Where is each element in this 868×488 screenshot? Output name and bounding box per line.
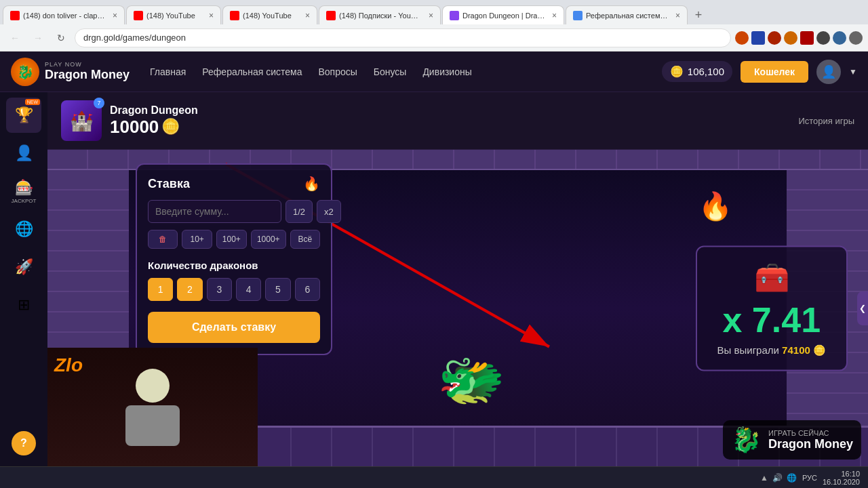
logo-text: PLAY NOW Dragon Money (45, 61, 130, 82)
nav-links: Главная Реферальная система Вопросы Бону… (150, 66, 662, 77)
bet-amount-input[interactable] (148, 200, 281, 223)
tab-4[interactable]: (148) Подписки - YouTube × (319, 5, 441, 24)
logo-icon: 🐉 (11, 58, 39, 86)
side-edge-tab[interactable]: ❮ (857, 291, 868, 325)
add-1000-button[interactable]: 1000+ (251, 230, 286, 249)
browser-frame: (148) don toliver - clap ( slo... × (148… (0, 0, 868, 488)
add-10-button[interactable]: 10+ (182, 230, 212, 249)
win-chest-icon: 🧰 (717, 260, 826, 293)
taskbar-date-value: 16.10.2020 (823, 478, 860, 486)
dragon-num-5[interactable]: 5 (265, 278, 290, 301)
user-avatar[interactable]: 👤 (816, 60, 841, 84)
add-100-button[interactable]: 100+ (216, 230, 247, 249)
extension-icon-3[interactable] (768, 31, 781, 45)
taskbar-time-value: 16:10 (841, 470, 860, 478)
sidebar: 🏆 NEW 👤 🎰 JACKPOT 🌐 🚀 ⊞ (0, 92, 47, 466)
extension-icon-2[interactable] (751, 31, 765, 45)
game-title-area: 🏰 7 Dragon Dungeon 10000 🪙 (61, 100, 198, 141)
tab-1[interactable]: (148) don toliver - clap ( slo... × (3, 5, 125, 24)
tab-6-close[interactable]: × (675, 11, 680, 20)
dragon-num-2[interactable]: 2 (177, 278, 202, 301)
site-header: 🐉 PLAY NOW Dragon Money Главная Рефераль… (0, 52, 868, 92)
nav-home[interactable]: Главная (150, 66, 186, 77)
taskbar: ▲ 🔊 🌐 РУС 16:10 16.10.2020 (0, 466, 868, 488)
nav-bonuses[interactable]: Бонусы (374, 66, 407, 77)
game-thumb-icon: 🏰 (70, 110, 94, 132)
extension-icon-6[interactable] (816, 31, 830, 45)
tab-3-favicon (230, 11, 239, 20)
bet-panel-header: Ставка 🔥 (148, 176, 320, 192)
tab-2-label: (148) YouTube (146, 12, 203, 20)
balance-display: 🪙 106,100 (662, 61, 732, 82)
sidebar-item-grid[interactable]: ⊞ (6, 287, 41, 323)
game-badge: 7 (94, 98, 104, 108)
tab-2-close[interactable]: × (209, 11, 214, 20)
logo-name: Dragon Money (45, 68, 130, 82)
forward-button[interactable]: → (28, 28, 47, 47)
extension-icon-1[interactable] (735, 31, 749, 45)
nav-questions[interactable]: Вопросы (318, 66, 357, 77)
sidebar-item-help[interactable]: ? (12, 431, 36, 455)
jackpot-label: JACKPOT (12, 198, 37, 204)
tab-4-favicon (326, 11, 336, 20)
tab-1-favicon (10, 11, 20, 20)
tab-5-close[interactable]: × (552, 11, 557, 20)
game-amount-display: 10000 🪙 (110, 117, 198, 138)
balance-amount: 106,100 (688, 66, 724, 77)
dragons-label: Количество драконов (148, 260, 320, 271)
dragon-num-4[interactable]: 4 (236, 278, 261, 301)
add-all-button[interactable]: Всё (290, 230, 320, 249)
nav-divisions[interactable]: Дивизионы (422, 66, 471, 77)
sidebar-item-user[interactable]: 👤 (6, 136, 41, 171)
main-content: 🏰 7 Dragon Dungeon 10000 🪙 История игры (47, 92, 868, 466)
taskbar-language[interactable]: РУС (802, 474, 817, 482)
win-coin: 🪙 (813, 344, 826, 355)
address-bar[interactable]: drgn.gold/games/dungeon (75, 28, 731, 47)
tab-2[interactable]: (148) YouTube × (126, 5, 221, 24)
tab-4-close[interactable]: × (429, 11, 433, 20)
win-amount: 74100 (782, 344, 810, 355)
win-multiplier: x 7.41 (717, 299, 826, 340)
sidebar-item-globe[interactable]: 🌐 (6, 211, 41, 247)
clear-bet-button[interactable]: 🗑 (148, 230, 178, 249)
dragon-num-1[interactable]: 1 (148, 278, 173, 301)
tab-6[interactable]: Реферальная система | Drag... × (566, 5, 688, 24)
tab-5[interactable]: Dragon Dungeon | Dragon... × (442, 5, 564, 24)
tab-3-close[interactable]: × (305, 11, 310, 20)
dropdown-arrow[interactable]: ▼ (849, 67, 857, 77)
tab-3[interactable]: (148) YouTube × (222, 5, 317, 24)
wallet-button[interactable]: Кошелек (741, 61, 808, 83)
game-coin-icon: 🪙 (161, 118, 180, 136)
new-tab-button[interactable]: + (689, 5, 708, 24)
reload-button[interactable]: ↻ (52, 28, 71, 47)
tab-5-label: Dragon Dungeon | Dragon... (462, 12, 546, 20)
back-button[interactable]: ← (5, 28, 24, 47)
browser-tabs: (148) don toliver - clap ( slo... × (148… (0, 0, 868, 24)
browser-actions (735, 31, 863, 45)
tab-1-label: (148) don toliver - clap ( slo... (23, 12, 106, 20)
chevron-left-icon: ❮ (859, 304, 866, 313)
half-bet-button[interactable]: 1/2 (285, 200, 313, 223)
sidebar-item-jackpot[interactable]: 🎰 JACKPOT (6, 174, 41, 209)
nav-referral[interactable]: Реферальная система (202, 66, 302, 77)
extension-icon-4[interactable] (784, 31, 797, 45)
history-button[interactable]: История игры (798, 116, 854, 126)
taskbar-clock: 16:10 16.10.2020 (823, 470, 860, 486)
sidebar-item-trophy[interactable]: 🏆 NEW (6, 98, 41, 133)
dragon-num-6[interactable]: 6 (295, 278, 320, 301)
extension-icon-5[interactable] (800, 31, 814, 45)
win-label: Вы выиграли (717, 344, 779, 355)
logo-area: 🐉 PLAY NOW Dragon Money (11, 58, 130, 86)
game-canvas: 🔥 🐲 🧰 x 7.41 Вы выиграли 74100 🪙 (47, 150, 868, 466)
game-header: 🏰 7 Dragon Dungeon 10000 🪙 История игры (47, 92, 868, 150)
sidebar-item-rocket[interactable]: 🚀 (6, 249, 41, 285)
promo-name: Dragon Money (768, 437, 853, 451)
extension-icon-7[interactable] (833, 31, 846, 45)
tab-3-label: (148) YouTube (243, 12, 299, 20)
tab-1-close[interactable]: × (113, 11, 117, 20)
help-icon: ? (20, 437, 27, 449)
extension-icon-8[interactable] (849, 31, 863, 45)
double-bet-button[interactable]: x2 (317, 200, 341, 223)
place-bet-button[interactable]: Сделать ставку (148, 312, 320, 343)
dragon-num-3[interactable]: 3 (207, 278, 232, 301)
